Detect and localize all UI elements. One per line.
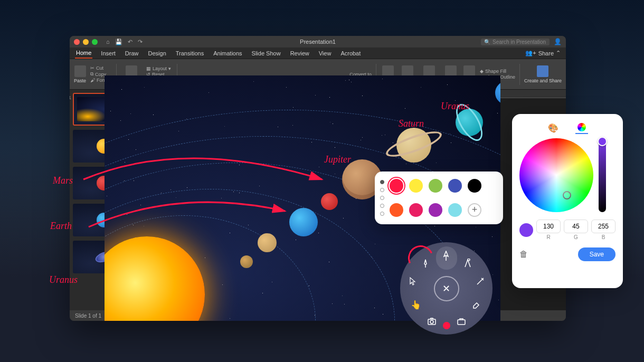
g-input[interactable] — [564, 220, 588, 233]
label-uranus-left: Uranus — [49, 274, 78, 285]
label-earth: Earth — [50, 221, 72, 232]
color-palette-popup: + — [375, 172, 503, 224]
fill-icon: ◆ — [480, 69, 484, 74]
titlebar: ⌂ 💾 ↶ ↷ Presentation1 🔍 Search in Presen… — [70, 36, 566, 47]
compass-tool[interactable] — [461, 257, 474, 270]
pdf-icon — [537, 65, 548, 77]
tab-animations[interactable]: Animations — [212, 49, 243, 58]
palette-color-blue[interactable] — [448, 179, 462, 193]
color-picker-panel: 🎨 R G B 🗑 Save — [512, 114, 623, 288]
maximize-window-button[interactable] — [92, 39, 98, 45]
wheel-cursor[interactable] — [563, 191, 571, 199]
color-preview — [519, 223, 533, 237]
toolbox-tool[interactable] — [455, 315, 468, 328]
venus — [258, 233, 277, 252]
copy-icon: ⧉ — [90, 71, 93, 77]
label-mars: Mars — [53, 175, 73, 186]
palette-page-1[interactable] — [380, 180, 384, 184]
home-icon[interactable]: ⌂ — [106, 39, 110, 45]
palette-page-2[interactable] — [380, 188, 384, 192]
record-button[interactable] — [443, 322, 450, 329]
palette-page-5[interactable] — [380, 212, 384, 216]
paste-button[interactable]: Paste — [74, 65, 86, 83]
minimize-window-button[interactable] — [83, 39, 89, 45]
document-title: Presentation1 — [300, 39, 336, 45]
slide-counter: Slide 1 of 1 — [75, 313, 101, 319]
shape-fill-button[interactable]: ◆Shape Fill — [480, 69, 515, 74]
radial-tool-menu: 👆 ✕ — [400, 242, 493, 335]
palette-color-orange[interactable] — [390, 203, 403, 217]
palette-add-color[interactable]: + — [468, 203, 481, 217]
user-icon[interactable]: 👤 — [554, 38, 562, 45]
palette-color-yellow[interactable] — [409, 179, 423, 193]
tab-draw[interactable]: Draw — [124, 49, 140, 58]
delete-color-button[interactable]: 🗑 — [519, 250, 528, 259]
brush-tool[interactable] — [419, 257, 432, 270]
cursor-tool[interactable] — [406, 275, 419, 288]
ribbon-tabs: Home Insert Draw Design Transitions Anim… — [70, 47, 566, 59]
create-share-button[interactable]: Create and Share — [524, 65, 562, 83]
clipboard-icon — [74, 65, 86, 77]
palette-tab[interactable]: 🎨 — [547, 121, 560, 134]
share-button[interactable]: 👥+Share⌃ — [525, 50, 561, 56]
label-jupiter: Jupiter — [324, 154, 351, 165]
mars — [321, 193, 338, 210]
tab-view[interactable]: View — [318, 49, 333, 58]
tab-insert[interactable]: Insert — [100, 49, 117, 58]
palette-icon: 🎨 — [548, 123, 558, 133]
wand-tool[interactable] — [474, 275, 487, 288]
palette-color-red[interactable] — [390, 179, 403, 193]
brightness-handle[interactable] — [598, 137, 607, 146]
earth — [289, 208, 318, 236]
save-icon[interactable]: 💾 — [115, 39, 122, 45]
svg-rect-0 — [458, 320, 465, 325]
brightness-slider[interactable] — [599, 138, 606, 212]
search-icon: 🔍 — [484, 39, 490, 45]
pen-tool[interactable] — [440, 250, 452, 262]
save-color-button[interactable]: Save — [578, 247, 615, 261]
palette-color-pink[interactable] — [409, 203, 423, 217]
palette-color-green[interactable] — [429, 179, 442, 193]
layout-button[interactable]: ▦Layout▾ — [146, 66, 173, 71]
tab-slideshow[interactable]: Slide Show — [251, 49, 282, 58]
label-saturn: Saturn — [399, 118, 424, 129]
tab-review[interactable]: Review — [289, 49, 310, 58]
tab-acrobat[interactable]: Acrobat — [339, 49, 362, 58]
palette-color-purple[interactable] — [429, 203, 442, 217]
cut-button[interactable]: ✂Cut — [90, 65, 112, 71]
wheel-icon — [577, 123, 586, 131]
tab-transitions[interactable]: Transitions — [175, 49, 205, 58]
svg-point-2 — [430, 320, 433, 323]
tab-home[interactable]: Home — [75, 48, 92, 59]
pointer-tool[interactable]: 👆 — [410, 298, 422, 311]
tab-design[interactable]: Design — [147, 49, 167, 58]
mercury — [240, 255, 253, 268]
palette-page-3[interactable] — [380, 196, 384, 200]
color-wheel[interactable] — [519, 138, 593, 212]
palette-color-black[interactable] — [468, 179, 481, 193]
eraser-tool[interactable] — [470, 298, 482, 311]
wheel-tab[interactable] — [575, 121, 588, 134]
label-uranus-right: Uranus — [441, 101, 469, 112]
close-window-button[interactable] — [74, 39, 80, 45]
close-radial-button[interactable]: ✕ — [434, 276, 459, 301]
camera-tool[interactable] — [425, 315, 438, 328]
scissors-icon: ✂ — [90, 65, 94, 71]
palette-color-cyan[interactable] — [448, 203, 462, 217]
brush-icon: 🖌 — [90, 78, 95, 83]
redo-icon[interactable]: ↷ — [138, 39, 143, 45]
search-input[interactable]: 🔍 Search in Presentation — [481, 39, 550, 45]
undo-icon[interactable]: ↶ — [128, 39, 132, 45]
b-input[interactable] — [591, 220, 615, 233]
r-input[interactable] — [536, 220, 561, 233]
palette-page-4[interactable] — [380, 204, 384, 208]
